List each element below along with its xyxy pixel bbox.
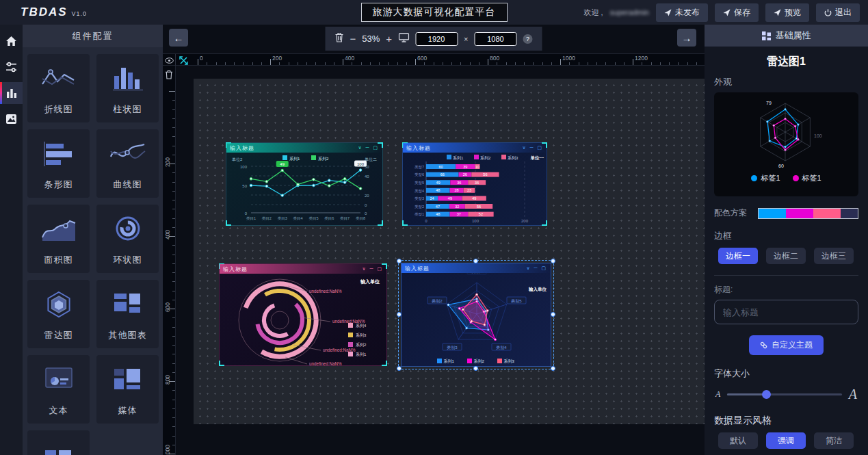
palette-swatch[interactable] [786, 209, 813, 218]
widget-window-controls[interactable]: ∨ ─ ▢ [358, 145, 379, 151]
svg-text:23: 23 [467, 188, 471, 192]
help-icon[interactable]: ? [523, 34, 533, 44]
canvas-height-input[interactable] [475, 32, 517, 46]
chart-title-input[interactable] [714, 300, 858, 324]
component-card-area[interactable]: 面积图 [27, 205, 90, 273]
component-card-media[interactable]: 媒体 [96, 355, 159, 424]
font-size-slider[interactable] [727, 393, 841, 395]
component-card-hbar[interactable]: 条形图 [27, 129, 90, 198]
resize-handle[interactable] [397, 312, 402, 317]
settings-sliders-icon[interactable] [0, 56, 23, 78]
resize-handle[interactable] [551, 366, 555, 371]
svg-text:输入单位: 输入单位 [528, 287, 547, 292]
component-card-text[interactable]: 文本 [27, 355, 90, 424]
resize-handle[interactable] [397, 259, 402, 263]
svg-text:0: 0 [425, 219, 428, 223]
charts-icon[interactable] [0, 82, 23, 104]
border-option-边框一[interactable]: 边框一 [718, 248, 758, 264]
monitor-icon [398, 33, 409, 45]
resize-handle[interactable] [551, 312, 555, 317]
widget-header[interactable]: 输入标题 ∨ ─ ▢ [403, 143, 547, 153]
send-icon [774, 9, 781, 16]
style-option-强调[interactable]: 强调 [766, 432, 806, 449]
widget-header[interactable]: 输入标题 ∨ ─ ▢ [226, 143, 382, 153]
home-icon[interactable] [0, 30, 23, 52]
border-option-边框二[interactable]: 边框二 [766, 248, 806, 264]
component-card-line[interactable]: 折线图 [27, 54, 90, 122]
svg-text:0: 0 [245, 211, 248, 216]
back-button[interactable]: ← [169, 29, 188, 47]
widget-window-controls[interactable]: ∨ ─ ▢ [362, 266, 383, 272]
component-card-label: 雷达图 [44, 329, 73, 341]
widget-title: 输入标题 [230, 144, 254, 152]
svg-text:类目1: 类目1 [246, 216, 256, 221]
exit-button[interactable]: 退出 [816, 3, 860, 22]
component-card-label: 曲线图 [114, 179, 142, 191]
radar-chart-icon [40, 280, 78, 329]
component-card-curve[interactable]: 曲线图 [96, 129, 159, 198]
media-chart-icon [109, 355, 147, 404]
svg-text:0: 0 [365, 211, 367, 216]
component-card-radar[interactable]: 雷达图 [27, 280, 90, 348]
resize-handle[interactable] [397, 366, 402, 371]
svg-text:undefined:NaN%: undefined:NaN% [309, 289, 342, 294]
button-label: 预览 [785, 7, 801, 18]
palette-swatch[interactable] [813, 209, 841, 218]
zoom-in-button[interactable]: + [386, 34, 392, 44]
appearance-label: 外观 [714, 76, 868, 88]
horizontal-ruler: 0200400600800100012001400 [163, 53, 705, 66]
preview-button[interactable]: 预览 [765, 3, 809, 22]
border-option-边框三[interactable]: 边框三 [814, 248, 854, 264]
svg-text:47: 47 [436, 205, 440, 209]
hbar-chart-icon [40, 129, 78, 179]
resize-handle[interactable] [473, 259, 478, 263]
component-card-label: 文本 [49, 404, 68, 417]
dimension-times: × [464, 35, 468, 43]
trash-icon[interactable] [335, 32, 344, 45]
widget-header[interactable]: 输入标题 ∨ ─ ▢ [402, 263, 551, 273]
custom-theme-button[interactable]: 自定义主题 [749, 335, 824, 355]
svg-text:单位一: 单位一 [530, 155, 544, 160]
widget-line-chart[interactable]: 输入标题 ∨ ─ ▢ 单位2单位二系列1系列210050504020000491… [226, 142, 383, 226]
svg-text:类别2: 类别2 [432, 299, 443, 304]
border-buttons: 边框一边框二边框三 [718, 248, 858, 264]
resize-handle[interactable] [473, 366, 478, 371]
svg-text:36: 36 [475, 181, 479, 185]
resize-handle[interactable] [551, 259, 555, 263]
publish-status-button[interactable]: 未发布 [656, 3, 708, 22]
widget-radar-chart-selected[interactable]: 输入标题 ∨ ─ ▢ 类别1类别2类别3类别4类别5系列1系列2系列3输入单位 [401, 263, 551, 367]
selected-widget-title: 雷达图1 [705, 55, 868, 69]
svg-text:类型5: 类型5 [415, 181, 424, 185]
palette-swatch[interactable] [841, 209, 858, 218]
zoom-out-button[interactable]: − [350, 34, 356, 44]
save-button[interactable]: 保存 [715, 3, 759, 22]
component-card-label: 其他图表 [109, 329, 147, 341]
slider-knob[interactable] [762, 390, 771, 399]
area-chart-icon [40, 205, 78, 254]
design-board[interactable] [194, 79, 705, 424]
widget-title: 输入标题 [405, 265, 430, 272]
widget-window-controls[interactable]: ∨ ─ ▢ [526, 265, 547, 271]
component-card-bar[interactable]: 柱状图 [96, 54, 159, 122]
svg-text:类别5: 类别5 [511, 299, 522, 304]
palette-swatch[interactable] [759, 209, 786, 218]
canvas-width-input[interactable] [415, 32, 458, 46]
svg-text:类别3: 类别3 [447, 346, 458, 350]
forward-button[interactable]: → [677, 29, 696, 47]
color-scheme-picker[interactable] [758, 208, 858, 219]
component-card-ring[interactable]: 环状图 [96, 205, 159, 273]
svg-text:49: 49 [280, 162, 285, 166]
svg-text:60: 60 [439, 165, 443, 169]
style-option-默认[interactable]: 默认 [718, 432, 758, 449]
component-card-tiles[interactable]: 其他图表 [96, 280, 159, 348]
widget-header[interactable]: 输入标题 ∨ ─ ▢ [220, 264, 386, 274]
widget-window-controls[interactable]: ∨ ─ ▢ [522, 145, 543, 151]
component-card-tiles2[interactable] [27, 430, 90, 455]
svg-text:系列1: 系列1 [444, 359, 455, 364]
image-icon[interactable] [0, 108, 23, 130]
svg-text:48: 48 [436, 212, 440, 216]
style-option-简洁[interactable]: 简洁 [814, 432, 854, 449]
widget-rings-chart[interactable]: 输入标题 ∨ ─ ▢ undefined:NaN%undefined:NaN%u… [219, 263, 387, 366]
component-card-label: 面积图 [44, 254, 73, 266]
widget-stacked-bar-chart[interactable]: 输入标题 ∨ ─ ▢ 系列1系列2系列3单位一类型7603910类型666265… [402, 142, 547, 226]
